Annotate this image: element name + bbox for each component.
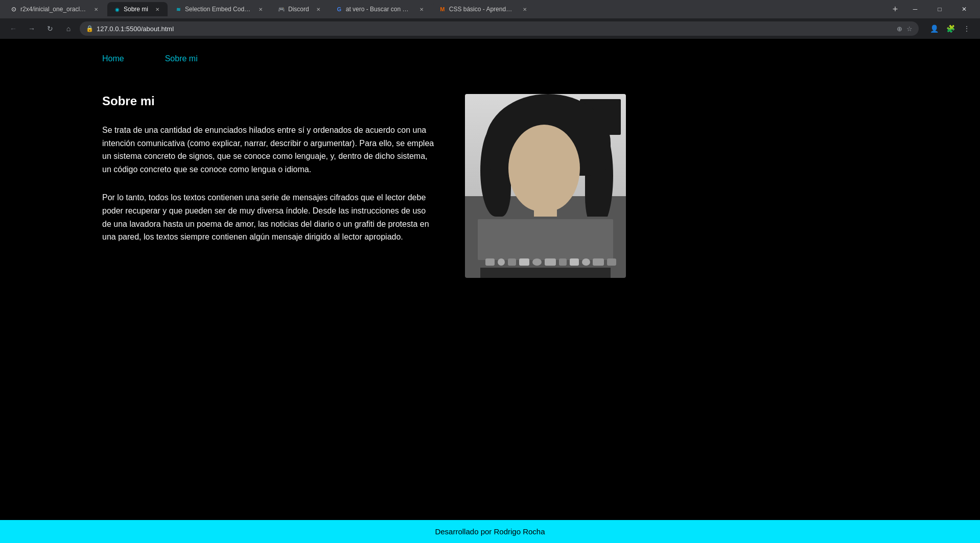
sel-favicon-icon: ≋ <box>175 6 182 13</box>
zoom-icon[interactable]: ⊕ <box>897 25 902 33</box>
tab-selection-embed[interactable]: ≋ Selection Embed Code - { ✕ <box>169 2 271 16</box>
sticker-1 <box>485 258 495 266</box>
tab-github-title: r2x4/inicial_one_oracle_... <box>20 6 87 13</box>
reload-button[interactable]: ↻ <box>43 21 57 36</box>
tab-about[interactable]: ◉ Sobre mi ✕ <box>107 2 168 16</box>
extensions-button[interactable]: 🧩 <box>943 21 958 36</box>
tab-github[interactable]: ⊙ r2x4/inicial_one_oracle_... ✕ <box>4 2 106 16</box>
navigation: Home Sobre mi <box>0 39 980 74</box>
paragraph-1: Se trata de una cantidad de enunciados h… <box>102 124 434 176</box>
window-controls: ─ □ ✕ <box>903 0 976 18</box>
bookmark-icon[interactable]: ☆ <box>906 25 913 33</box>
github-favicon-icon: ⊙ <box>10 6 17 13</box>
tab-sel-close-icon[interactable]: ✕ <box>256 5 265 13</box>
address-icons: ⊕ ☆ <box>897 25 913 33</box>
footer-text: Desarrollado por Rodrigo Rocha <box>435 527 545 536</box>
profile-photo <box>465 94 626 278</box>
discord-favicon-icon: 🎮 <box>278 6 285 13</box>
tab-discord-close-icon[interactable]: ✕ <box>314 5 322 13</box>
sticker-4 <box>519 258 529 266</box>
address-bar-row: ← → ↻ ⌂ 🔒 127.0.0.1:5500/about.html ⊕ ☆ … <box>0 18 980 39</box>
sticker-8 <box>570 258 579 266</box>
tab-about-close-icon[interactable]: ✕ <box>153 5 161 13</box>
new-tab-button[interactable]: + <box>888 2 902 16</box>
text-section: Sobre mi Se trata de una cantidad de enu… <box>102 94 434 259</box>
menu-button[interactable]: ⋮ <box>960 21 974 36</box>
photo-face <box>508 125 580 211</box>
sticker-9 <box>582 258 590 266</box>
profile-button[interactable]: 👤 <box>927 21 941 36</box>
sticker-10 <box>593 258 604 266</box>
minimize-button[interactable]: ─ <box>903 0 927 18</box>
main-content: Sobre mi Se trata de una cantidad de enu… <box>0 74 980 520</box>
maximize-button[interactable]: □ <box>928 0 951 18</box>
nav-about-link[interactable]: Sobre mi <box>165 54 198 63</box>
tab-discord[interactable]: 🎮 Discord ✕ <box>272 2 329 16</box>
close-window-button[interactable]: ✕ <box>952 0 976 18</box>
tab-google-close-icon[interactable]: ✕ <box>417 5 426 13</box>
sticker-2 <box>498 258 505 266</box>
sticker-11 <box>607 258 616 266</box>
tab-mdn[interactable]: M CSS básico - Aprende de... ✕ <box>433 2 535 16</box>
image-section <box>465 94 626 278</box>
tab-mdn-close-icon[interactable]: ✕ <box>521 5 529 13</box>
page-content: Home Sobre mi Sobre mi Se trata de una c… <box>0 39 980 520</box>
tab-google[interactable]: G at vero - Buscar con Goo... ✕ <box>330 2 432 16</box>
footer: Desarrollado por Rodrigo Rocha <box>0 520 980 543</box>
browser-chrome: ⊙ r2x4/inicial_one_oracle_... ✕ ◉ Sobre … <box>0 0 980 39</box>
browser-icons: 👤 🧩 ⋮ <box>927 21 974 36</box>
sticker-3 <box>508 258 516 266</box>
tab-about-title: Sobre mi <box>124 6 148 13</box>
lock-icon: 🔒 <box>86 25 94 32</box>
mdn-favicon-icon: M <box>439 6 446 13</box>
tab-github-close-icon[interactable]: ✕ <box>92 5 100 13</box>
sticker-6 <box>545 258 556 266</box>
tab-sel-title: Selection Embed Code - { <box>185 6 251 13</box>
tab-bar: ⊙ r2x4/inicial_one_oracle_... ✕ ◉ Sobre … <box>0 0 980 18</box>
google-favicon-icon: G <box>336 6 343 13</box>
photo-laptop <box>475 217 616 268</box>
address-text: 127.0.0.1:5500/about.html <box>97 25 174 33</box>
tab-google-title: at vero - Buscar con Goo... <box>346 6 412 13</box>
about-favicon-icon: ◉ <box>113 6 121 13</box>
paragraph-2: Por lo tanto, todos los textos contienen… <box>102 191 434 243</box>
home-button[interactable]: ⌂ <box>61 21 76 36</box>
address-bar[interactable]: 🔒 127.0.0.1:5500/about.html ⊕ ☆ <box>80 21 919 36</box>
tab-mdn-title: CSS básico - Aprende de... <box>449 6 516 13</box>
photo-laptop-screen <box>478 219 613 260</box>
back-button[interactable]: ← <box>6 21 20 36</box>
tab-discord-title: Discord <box>288 6 309 13</box>
sticker-5 <box>532 258 542 266</box>
nav-home-link[interactable]: Home <box>102 54 124 63</box>
forward-button[interactable]: → <box>25 21 39 36</box>
sticker-7 <box>559 258 567 266</box>
page-title: Sobre mi <box>102 94 434 108</box>
